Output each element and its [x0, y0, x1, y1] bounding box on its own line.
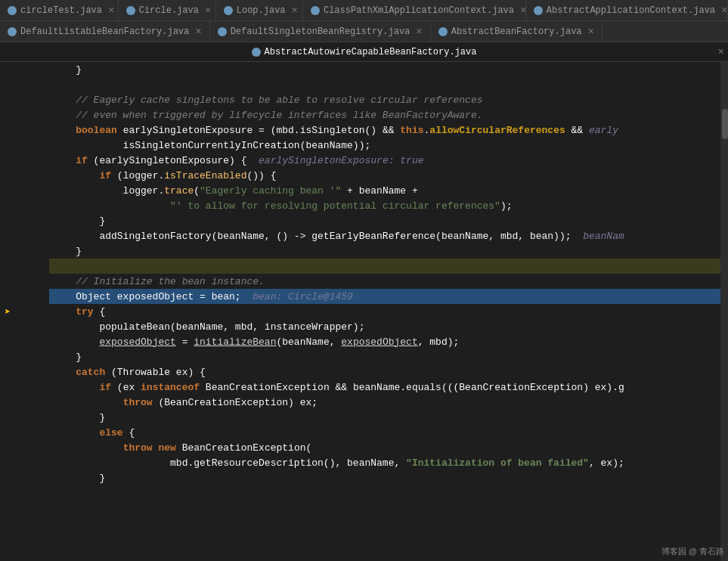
code-line-try: try { [49, 304, 720, 319]
code-line: } [49, 213, 720, 228]
debug-line [0, 92, 15, 107]
debug-line [0, 289, 15, 304]
tab-label: Circle.java [139, 5, 199, 16]
tab-icon [126, 6, 135, 15]
line-numbers [15, 62, 49, 561]
tab-circleTest[interactable]: circleTest.java × [0, 0, 119, 21]
debug-line [0, 349, 15, 364]
debug-line [0, 213, 15, 228]
tab-label: Loop.java [237, 5, 286, 16]
tab-defaultlistable[interactable]: DefaultListableBeanFactory.java × [0, 21, 210, 42]
close-icon[interactable]: × [205, 5, 211, 17]
tab-label: DefaultSingletonBeanRegistry.java [231, 26, 410, 37]
current-line-indicator: ➤ [2, 305, 14, 318]
tab-icon [252, 48, 261, 57]
close-icon[interactable]: × [718, 46, 724, 58]
code-line-populate: populateBean(beanName, mbd, instanceWrap… [49, 319, 720, 334]
code-line-instanceof: if (ex instanceof BeanCreationException … [49, 380, 720, 395]
debug-line [0, 259, 15, 274]
code-line: } [49, 410, 720, 425]
tab-bar-row3: AbstractAutowireCapableBeanFactory.java … [0, 42, 728, 62]
tab-label: AbstractApplicationContext.java [547, 5, 715, 16]
tab-icon [311, 6, 320, 15]
tab-label: AbstractAutowireCapableBeanFactory.java [265, 47, 477, 57]
close-icon[interactable]: × [721, 5, 727, 17]
tab-loop[interactable]: Loop.java × [216, 0, 303, 21]
debug-line [0, 168, 15, 183]
debug-line [0, 455, 15, 470]
watermark: 博客园 @ 青石路 [661, 546, 724, 557]
debug-line [0, 243, 15, 259]
main-area: ➤ [0, 62, 728, 561]
debug-line [0, 531, 15, 546]
tab-bar-row2: DefaultListableBeanFactory.java × Defaul… [0, 21, 728, 42]
debug-line [0, 319, 15, 334]
code-line-singleton: isSingletonCurrentlyInCreation(beanName)… [49, 138, 720, 153]
debug-line [0, 334, 15, 349]
tab-icon [438, 27, 448, 36]
tab-defaultsingleton[interactable]: DefaultSingletonBeanRegistry.java × [210, 21, 431, 42]
close-icon[interactable]: × [588, 26, 594, 38]
debug-line [0, 501, 15, 516]
tab-icon [534, 6, 543, 15]
debug-line [0, 62, 15, 77]
code-editor[interactable]: } // Eagerly cache singletons to be able… [49, 62, 720, 561]
close-icon[interactable]: × [292, 5, 298, 17]
tab-abstractapp[interactable]: AbstractApplicationContext.java × [526, 0, 728, 21]
code-line: } [49, 349, 720, 364]
code-line-throw1: throw (BeanCreationException) ex; [49, 395, 720, 410]
debug-line [0, 107, 15, 122]
debug-line [0, 364, 15, 380]
tab-label: DefaultListableBeanFactory.java [20, 26, 189, 37]
debug-line [0, 425, 15, 440]
code-line: } [49, 62, 720, 77]
code-line-if: if (earlySingletonExposure) { earlySingl… [49, 153, 720, 168]
tab-label: AbstractBeanFactory.java [451, 26, 582, 37]
debug-line-arrow: ➤ [0, 304, 15, 319]
debug-line [0, 138, 15, 153]
tab-abstractbean[interactable]: AbstractBeanFactory.java × [431, 21, 603, 42]
debug-line [0, 274, 15, 289]
debug-gutter: ➤ [0, 62, 15, 561]
code-line-throw2: throw new BeanCreationException( [49, 440, 720, 455]
debug-line [0, 122, 15, 138]
tab-circle[interactable]: Circle.java × [119, 0, 216, 21]
code-line: } [49, 243, 720, 259]
code-line: } [49, 470, 720, 485]
tab-icon [8, 27, 17, 36]
debug-line [0, 395, 15, 410]
debug-line [0, 153, 15, 168]
close-icon[interactable]: × [195, 26, 201, 38]
code-line-init: exposedObject = initializeBean(beanName,… [49, 334, 720, 349]
tab-active-file[interactable]: AbstractAutowireCapableBeanFactory.java … [0, 42, 728, 62]
code-line-yellow [49, 259, 720, 274]
debug-line [0, 198, 15, 213]
debug-line [0, 470, 15, 485]
code-line-comment3: // Initialize the bean instance. [49, 274, 720, 289]
scrollbar-thumb[interactable] [722, 109, 728, 139]
close-icon[interactable]: × [416, 26, 422, 38]
tab-icon [218, 27, 227, 36]
debug-line [0, 485, 15, 501]
tab-icon [224, 6, 233, 15]
tab-label: circleTest.java [20, 5, 102, 16]
tab-classpathxml[interactable]: ClassPathXmlApplicationContext.java × [303, 0, 526, 21]
debug-line [0, 380, 15, 395]
debug-line [0, 77, 15, 92]
code-line-logger: logger.trace("Eagerly caching bean '" + … [49, 183, 720, 198]
code-line-string: "' to allow for resolving potential circ… [49, 198, 720, 213]
code-line-boolean: boolean earlySingletonExposure = (mbd.is… [49, 122, 720, 138]
code-line-catch: catch (Throwable ex) { [49, 364, 720, 380]
code-line-if2: if (logger.isTraceEnabled()) { [49, 168, 720, 183]
debug-line [0, 228, 15, 243]
vertical-scrollbar[interactable] [720, 62, 728, 561]
tab-label: ClassPathXmlApplicationContext.java [324, 5, 514, 16]
code-line-comment2: // even when triggered by lifecycle inte… [49, 107, 720, 122]
debug-line [0, 183, 15, 198]
code-line-selected: Object exposedObject = bean; bean: Circl… [49, 289, 720, 304]
close-icon[interactable]: × [108, 5, 114, 17]
tab-icon [8, 6, 17, 15]
code-line-comment1: // Eagerly cache singletons to be able t… [49, 92, 720, 107]
code-line-addfactory: addSingletonFactory(beanName, () -> getE… [49, 228, 720, 243]
code-line-getresource: mbd.getResourceDescription(), beanName, … [49, 455, 720, 470]
